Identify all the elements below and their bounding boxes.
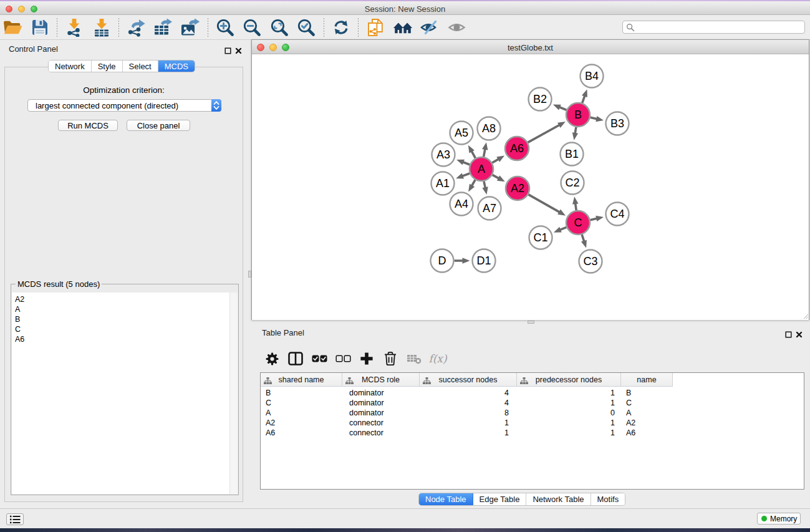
graph-node-B2[interactable]: B2 xyxy=(529,88,552,111)
network-from-selection-icon[interactable] xyxy=(365,17,385,37)
graph-node-C1[interactable]: C1 xyxy=(529,226,552,249)
add-row-icon[interactable] xyxy=(355,348,378,369)
network-canvas[interactable]: B4B2BB3A8A5A6B1A3AA1C2A2A4A7C4CC1C3DD1 xyxy=(252,55,809,320)
table-cell[interactable]: 1 xyxy=(517,418,621,428)
vertical-splitter-handle[interactable] xyxy=(248,271,251,278)
memory-button[interactable]: Memory xyxy=(757,513,801,525)
table-cell[interactable]: 1 xyxy=(517,398,621,408)
table-cell[interactable]: A2 xyxy=(261,418,342,428)
zoom-fit-icon[interactable] xyxy=(269,17,289,37)
graph-edge[interactable] xyxy=(528,195,562,214)
run-mcds-button[interactable]: Run MCDS xyxy=(58,120,118,131)
mcds-result-item[interactable]: A6 xyxy=(15,334,238,344)
table-cell[interactable]: 8 xyxy=(420,408,517,418)
column-header[interactable]: successor nodes xyxy=(420,373,517,387)
table-close-panel-icon[interactable] xyxy=(796,329,803,337)
import-table-icon[interactable] xyxy=(92,17,112,37)
table-cell[interactable]: dominator xyxy=(342,408,420,418)
gear-icon[interactable] xyxy=(260,348,284,369)
table-cell[interactable]: A6 xyxy=(261,428,342,438)
export-table-icon[interactable] xyxy=(153,17,173,37)
table-cell[interactable]: 1 xyxy=(517,428,621,438)
graph-node-A8[interactable]: A8 xyxy=(478,117,501,140)
task-history-button[interactable] xyxy=(6,513,24,525)
export-image-icon[interactable] xyxy=(180,17,200,37)
first-neighbors-icon[interactable] xyxy=(393,17,413,37)
graph-node-D[interactable]: D xyxy=(431,249,454,273)
delete-table-icon[interactable] xyxy=(402,348,426,369)
tab-motifs[interactable]: Motifs xyxy=(591,493,625,505)
search-box[interactable] xyxy=(622,21,805,34)
graph-node-C[interactable]: C xyxy=(566,211,590,235)
graph-node-D1[interactable]: D1 xyxy=(473,249,496,273)
graph-edge[interactable] xyxy=(528,123,562,142)
graph-node-B4[interactable]: B4 xyxy=(581,65,604,88)
table-cell[interactable]: 1 xyxy=(420,428,517,438)
mcds-result-item[interactable]: A2 xyxy=(15,294,238,304)
table-cell[interactable]: 4 xyxy=(420,398,517,408)
graph-node-C3[interactable]: C3 xyxy=(579,250,602,273)
hide-details-icon[interactable] xyxy=(420,17,440,37)
graph-node-C4[interactable]: C4 xyxy=(606,203,629,226)
table-cell[interactable]: 1 xyxy=(420,418,517,428)
tab-network-table[interactable]: Network Table xyxy=(526,493,591,505)
tab-mcds[interactable]: MCDS xyxy=(158,60,195,72)
table-cell[interactable]: 1 xyxy=(517,388,621,398)
graph-node-B1[interactable]: B1 xyxy=(561,143,584,166)
graph-node-A3[interactable]: A3 xyxy=(432,143,455,167)
tab-select[interactable]: Select xyxy=(123,60,158,72)
column-header[interactable]: MCDS role xyxy=(342,373,420,387)
table-row[interactable]: Bdominator41B xyxy=(261,388,804,398)
table-cell[interactable]: 0 xyxy=(517,408,621,418)
graph-node-A1[interactable]: A1 xyxy=(432,172,455,195)
close-panel-icon[interactable] xyxy=(235,46,243,53)
show-details-icon[interactable] xyxy=(447,17,467,37)
tab-edge-table[interactable]: Edge Table xyxy=(473,493,527,505)
table-cell[interactable]: dominator xyxy=(342,398,420,408)
optimization-criterion-dropdown[interactable]: largest connected component (directed) xyxy=(27,99,221,112)
table-cell[interactable]: 4 xyxy=(420,388,517,398)
columns-icon[interactable] xyxy=(284,348,307,369)
open-session-icon[interactable] xyxy=(2,17,22,37)
table-cell[interactable]: C xyxy=(261,398,342,408)
mcds-result-item[interactable]: B xyxy=(15,314,238,324)
table-row[interactable]: Cdominator41C xyxy=(261,398,804,408)
deselect-all-icon[interactable] xyxy=(331,348,355,369)
zoom-in-icon[interactable] xyxy=(215,17,235,37)
table-cell[interactable]: B xyxy=(621,388,673,398)
tab-network[interactable]: Network xyxy=(49,60,92,72)
table-cell[interactable]: connector xyxy=(342,418,420,428)
graph-node-B3[interactable]: B3 xyxy=(606,112,629,135)
result-scrollbar-track[interactable] xyxy=(229,293,238,494)
function-builder-icon[interactable]: f(x) xyxy=(426,348,450,369)
zoom-selected-icon[interactable] xyxy=(296,17,316,37)
table-cell[interactable]: connector xyxy=(342,428,420,438)
close-panel-button[interactable]: Close panel xyxy=(127,120,190,131)
graph-node-A[interactable]: A xyxy=(470,157,493,181)
graph-node-A6[interactable]: A6 xyxy=(505,137,529,160)
table-cell[interactable]: dominator xyxy=(342,388,420,398)
export-network-icon[interactable] xyxy=(126,17,146,37)
resize-grip-icon[interactable] xyxy=(801,311,808,319)
column-header[interactable]: predecessor nodes xyxy=(517,373,621,387)
tab-style[interactable]: Style xyxy=(92,60,123,72)
table-cell[interactable]: C xyxy=(621,398,673,408)
mcds-result-item[interactable]: C xyxy=(15,324,238,334)
delete-row-icon[interactable] xyxy=(378,348,402,369)
tab-node-table[interactable]: Node Table xyxy=(419,493,473,505)
network-window-titlebar[interactable]: testGlobe.txt xyxy=(252,40,809,54)
table-cell[interactable]: B xyxy=(261,388,342,398)
mcds-result-item[interactable]: A xyxy=(15,304,238,314)
float-panel-icon[interactable] xyxy=(224,46,232,53)
table-cell[interactable]: A2 xyxy=(621,418,673,428)
graph-node-A4[interactable]: A4 xyxy=(450,193,473,216)
graph-node-C2[interactable]: C2 xyxy=(561,172,584,195)
select-all-icon[interactable] xyxy=(307,348,331,369)
search-input[interactable] xyxy=(635,22,804,32)
table-row[interactable]: A6connector11A6 xyxy=(261,428,804,438)
table-cell[interactable]: A6 xyxy=(621,428,673,438)
zoom-out-icon[interactable] xyxy=(242,17,262,37)
table-row[interactable]: Adominator80A xyxy=(261,408,804,418)
graph-node-B[interactable]: B xyxy=(566,103,590,127)
graph-node-A2[interactable]: A2 xyxy=(506,177,529,200)
